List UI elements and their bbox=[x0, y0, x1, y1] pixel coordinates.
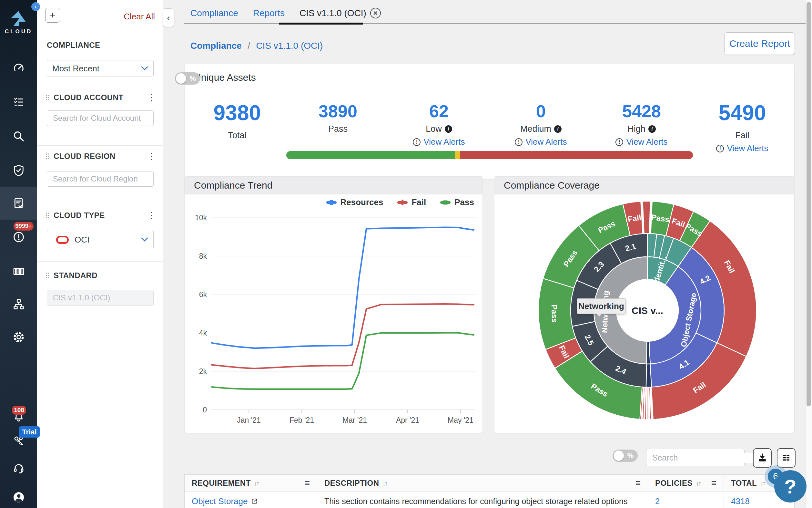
coverage-sunburst-chart[interactable]: Identit...Object StorageNetworking4.24.1… bbox=[498, 195, 792, 433]
svg-text:Fail: Fail bbox=[627, 213, 642, 223]
cloud-account-search[interactable] bbox=[47, 111, 154, 126]
cloud-type-section-header: CLOUD TYPE ⋮ bbox=[46, 211, 156, 220]
column-settings-button[interactable] bbox=[777, 448, 796, 468]
sidebar-item-profile[interactable] bbox=[0, 490, 37, 504]
cloud-region-search-input[interactable] bbox=[52, 174, 154, 184]
drag-handle-icon[interactable] bbox=[46, 153, 50, 160]
sidebar-item-policies[interactable] bbox=[0, 95, 37, 109]
sidebar-item-alerts[interactable] bbox=[0, 230, 37, 244]
column-menu-icon[interactable]: ≡ bbox=[711, 478, 716, 488]
progress-fail-segment bbox=[460, 151, 693, 159]
sidebar-item-support[interactable] bbox=[0, 461, 37, 475]
sort-icon[interactable]: ↓↑ bbox=[382, 479, 387, 487]
standard-search-input[interactable] bbox=[52, 293, 154, 303]
logo-text: CLOUD bbox=[0, 29, 37, 35]
sidebar-item-investigate[interactable] bbox=[0, 129, 37, 143]
sidebar-expand-button[interactable]: › bbox=[31, 2, 40, 11]
trend-line-chart[interactable]: 02k4k6k8k10kJan '21Feb '21Mar '21Apr '21… bbox=[188, 211, 480, 433]
legend-pass[interactable]: Pass bbox=[440, 197, 474, 207]
close-tab-icon[interactable]: ✕ bbox=[370, 8, 381, 18]
sidebar-item-network[interactable] bbox=[0, 297, 37, 311]
sidebar-item-compliance-shield[interactable] bbox=[0, 163, 37, 178]
add-filter-button[interactable]: + bbox=[45, 8, 60, 23]
standard-section-header: STANDARD bbox=[46, 271, 156, 280]
column-label: TOTAL bbox=[731, 479, 757, 488]
sidebar-item-dashboard[interactable] bbox=[0, 61, 37, 76]
cloud-type-select[interactable]: OCI bbox=[47, 230, 154, 249]
kebab-menu-icon[interactable]: ⋮ bbox=[147, 212, 156, 219]
column-menu-icon[interactable]: ≡ bbox=[305, 478, 310, 488]
sort-icon[interactable]: ↓↑ bbox=[760, 479, 765, 487]
trend-legend: Resources Fail Pass bbox=[326, 197, 474, 207]
view-alerts-label: View Alerts bbox=[525, 137, 567, 147]
unique-assets-card: Unique Assets % 9380 Total 3890 Pass 62 … bbox=[184, 64, 795, 179]
help-button[interactable]: ? bbox=[774, 470, 807, 503]
clear-all-filters-link[interactable]: Clear All bbox=[124, 12, 155, 22]
percent-label: % bbox=[189, 74, 196, 83]
tab-reports[interactable]: Reports bbox=[253, 8, 285, 18]
app-logo[interactable] bbox=[0, 10, 37, 28]
sidebar-item-compliance-reports[interactable] bbox=[0, 196, 37, 211]
stat-low-label: Low bbox=[426, 124, 442, 134]
info-icon[interactable]: i bbox=[554, 125, 562, 133]
compliance-select[interactable]: Most Recent bbox=[47, 60, 154, 77]
view-alerts-low[interactable]: !View Alerts bbox=[400, 137, 478, 147]
tab-cis-v110-oci[interactable]: CIS v1.1.0 (OCI) ✕ bbox=[299, 8, 381, 18]
external-link-icon[interactable] bbox=[251, 498, 258, 505]
breadcrumb-compliance[interactable]: Compliance bbox=[190, 41, 242, 51]
drag-handle-icon[interactable] bbox=[46, 212, 50, 219]
column-requirement[interactable]: REQUIREMENT ↓↑ ≡ bbox=[185, 475, 317, 492]
legend-fail[interactable]: Fail bbox=[397, 197, 426, 207]
kebab-menu-icon[interactable]: ⋮ bbox=[147, 153, 156, 160]
view-alerts-fail[interactable]: !View Alerts bbox=[704, 143, 781, 154]
breadcrumb: Compliance / CIS v1.1.0 (OCI) bbox=[190, 41, 323, 51]
column-description[interactable]: DESCRIPTION ↓↑ ≡ bbox=[317, 475, 648, 492]
sort-icon[interactable]: ↓↑ bbox=[696, 479, 700, 487]
drag-handle-icon[interactable] bbox=[46, 272, 50, 279]
column-policies[interactable]: POLICIES ↓↑ ≡ bbox=[648, 475, 724, 492]
description-text: This section contains recommendations fo… bbox=[324, 497, 627, 506]
total-count-link[interactable]: 4318 bbox=[731, 496, 750, 506]
pass-fail-progress-bar bbox=[286, 151, 693, 159]
cloud-account-search-input[interactable] bbox=[52, 113, 154, 123]
create-report-button[interactable]: Create Report bbox=[724, 32, 795, 55]
view-alerts-medium[interactable]: !View Alerts bbox=[502, 137, 580, 147]
tooltip-label: Networking bbox=[578, 301, 624, 311]
svg-text:10k: 10k bbox=[195, 213, 207, 222]
percent-toggle[interactable]: % bbox=[175, 72, 200, 85]
stat-low-value: 62 bbox=[400, 102, 478, 120]
info-icon[interactable]: i bbox=[445, 125, 452, 133]
view-alerts-label: View Alerts bbox=[727, 143, 768, 154]
policies-count-link[interactable]: 2 bbox=[655, 496, 660, 506]
sidebar-item-containers[interactable] bbox=[0, 264, 37, 279]
collapse-filter-panel-button[interactable]: ‹ bbox=[163, 8, 174, 27]
requirement-link[interactable]: Object Storage bbox=[192, 496, 247, 506]
cloud-account-section-header: CLOUD ACCOUNT ⋮ bbox=[46, 93, 156, 102]
tab-compliance[interactable]: Compliance bbox=[190, 8, 238, 18]
standard-title: STANDARD bbox=[54, 271, 97, 280]
table-header-row: REQUIREMENT ↓↑ ≡ DESCRIPTION ↓↑ ≡ POLICI… bbox=[185, 475, 794, 492]
compliance-coverage-card: Compliance Coverage Identit...Object Sto… bbox=[494, 176, 795, 433]
chevron-down-icon bbox=[141, 237, 148, 242]
scrollbar-thumb[interactable] bbox=[807, 2, 811, 406]
download-button[interactable] bbox=[753, 448, 772, 468]
table-search[interactable] bbox=[646, 449, 745, 466]
view-alerts-high[interactable]: !View Alerts bbox=[603, 137, 680, 147]
sidebar-item-settings[interactable] bbox=[0, 330, 37, 344]
stat-pass: 3890 Pass bbox=[299, 102, 377, 134]
svg-text:2k: 2k bbox=[199, 367, 207, 376]
cloud-region-search[interactable] bbox=[47, 171, 154, 187]
sort-icon[interactable]: ↓↑ bbox=[254, 479, 258, 487]
standard-search[interactable] bbox=[47, 290, 154, 306]
info-icon[interactable]: i bbox=[649, 125, 656, 133]
kebab-menu-icon[interactable]: ⋮ bbox=[147, 94, 156, 101]
legend-resources[interactable]: Resources bbox=[326, 197, 383, 207]
table-row[interactable]: Object Storage This section contains rec… bbox=[185, 492, 794, 508]
stat-fail-label: Fail bbox=[735, 130, 749, 140]
table-search-input[interactable] bbox=[652, 453, 757, 463]
column-menu-icon[interactable]: ≡ bbox=[635, 478, 640, 488]
collapse-chevron-icon: ‹ bbox=[167, 12, 170, 23]
drag-handle-icon[interactable] bbox=[46, 94, 50, 101]
table-percent-toggle[interactable]: % bbox=[613, 450, 638, 462]
sunburst-tooltip: Networking bbox=[577, 298, 626, 314]
